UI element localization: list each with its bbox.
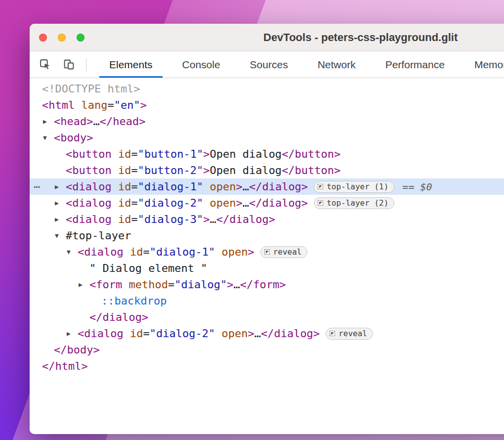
tab-sources[interactable]: Sources [235,51,303,78]
collapsed-arrow-icon[interactable]: ▶ [55,183,66,190]
code-token: </dialog> [89,311,148,323]
dom-tree-row[interactable]: </body> [30,342,504,358]
code-line: <body> [54,132,93,144]
top-layer-badge[interactable]: top-layer (2) [314,197,394,209]
devtools-window: DevTools - peters-css-playground.glit El… [30,24,504,434]
dom-tree-row[interactable]: </dialog> [30,309,504,325]
code-token [122,278,128,291]
code-token: open [210,180,236,193]
code-token: … [243,197,249,209]
tab-elements[interactable]: Elements [94,51,168,78]
collapsed-arrow-icon[interactable]: ▶ [67,330,78,337]
badge-label: top-layer (2) [327,198,388,208]
code-token: = [131,180,137,193]
badge-label: reveal [338,329,367,338]
code-token: > [227,278,233,291]
code-token: = [107,99,114,111]
expanded-arrow-icon[interactable]: ▼ [55,232,66,239]
code-line: <dialog id="dialog-2" open>…</dialog> [78,327,320,340]
dom-tree-row[interactable]: <!DOCTYPE html> [30,81,504,97]
dom-tree-row[interactable]: ▶<dialog id="dialog-3">…</dialog> [30,211,504,227]
code-line: <head>…</head> [54,115,145,128]
code-token: > [236,180,242,193]
code-line: <dialog id="dialog-1" open> [78,246,254,258]
dom-tree-row[interactable]: <button id="button-2">Open dialog</butto… [30,162,504,178]
code-token: </button> [282,148,340,160]
code-token: ::backdrop [101,295,167,307]
code-token [124,327,130,340]
collapsed-arrow-icon[interactable]: ▶ [55,216,66,223]
inspect-element-button[interactable] [37,56,53,73]
code-line: <!DOCTYPE html> [42,83,140,95]
code-token: id [130,327,143,340]
code-token: = [168,278,174,291]
dom-tree-row[interactable]: ▼<dialog id="dialog-1" open>reveal [30,244,504,260]
code-token: open [221,246,248,258]
expanded-arrow-icon[interactable]: ▼ [43,134,54,141]
reveal-badge[interactable]: reveal [260,246,308,258]
row-overflow-dots-icon[interactable]: ⋯ [34,180,41,193]
expanded-arrow-icon[interactable]: ▼ [67,248,78,256]
dom-tree-row[interactable]: ▼#top-layer [30,227,504,244]
code-token: <dialog [66,213,112,225]
top-layer-badge[interactable]: top-layer (1) [314,181,394,193]
code-token: </dialog> [216,213,275,225]
dom-tree-row[interactable]: ::backdrop [30,293,504,309]
dom-tree-row[interactable]: ▼<body> [30,130,504,146]
dom-tree-row[interactable]: " Dialog element " [30,260,504,276]
reveal-badge[interactable]: reveal [326,328,373,340]
code-token: " Dialog element " [89,262,207,274]
close-button[interactable] [39,34,47,42]
code-token [112,213,118,225]
dom-tree-row[interactable]: ▶<dialog id="dialog-2" open>…</dialog>to… [30,195,504,211]
zoom-button[interactable] [77,34,84,42]
code-token: <dialog [66,197,112,209]
code-line: <button id="button-2">Open dialog</butto… [66,164,340,176]
code-token: > [203,213,210,225]
tab-performance[interactable]: Performance [371,51,460,78]
dom-tree-row[interactable]: </html> [30,358,504,374]
code-token: = [131,213,137,225]
code-token: open [221,327,248,340]
code-token: open [210,197,236,209]
collapsed-arrow-icon[interactable]: ▶ [55,199,66,207]
dom-tree-row[interactable]: <html lang="en"> [30,97,504,113]
code-token: <button [66,164,112,176]
code-token: <body> [54,132,93,144]
toggle-device-toolbar-button[interactable] [60,56,77,73]
minimize-button[interactable] [58,34,66,42]
dom-tree-row[interactable]: <button id="button-1">Open dialog</butto… [30,146,504,162]
code-token: … [243,180,249,193]
code-token: </button> [282,164,340,176]
tab-network[interactable]: Network [303,51,371,78]
code-token: #top-layer [66,229,131,242]
dom-tree-row[interactable]: ⋯▶<dialog id="dialog-1" open>…</dialog>t… [30,178,504,195]
code-token: </dialog> [249,197,308,209]
code-token: > [248,246,254,258]
code-token: </dialog> [261,327,320,340]
tab-memory[interactable]: Memory [460,51,504,78]
code-token: "button-2" [138,164,203,176]
dom-tree-row[interactable]: ▶<form method="dialog">…</form> [30,276,504,293]
code-token [112,180,118,193]
device-toolbar-icon [63,58,75,71]
dom-tree-row[interactable]: ▶<head>…</head> [30,113,504,130]
code-token: "dialog-2" [138,197,203,209]
window-titlebar[interactable]: DevTools - peters-css-playground.glit [30,24,504,51]
code-token: </form> [240,278,286,291]
collapsed-arrow-icon[interactable]: ▶ [43,118,54,125]
tab-console[interactable]: Console [168,51,235,78]
code-token [112,164,118,176]
code-token: <head> [54,115,93,128]
dom-tree-row[interactable]: ▶<dialog id="dialog-2" open>…</dialog>re… [30,325,504,342]
collapsed-arrow-icon[interactable]: ▶ [79,281,89,288]
code-token [215,327,221,340]
code-token: … [93,115,99,128]
code-token: > [236,197,242,209]
reveal-target-icon [318,184,323,189]
code-token [112,197,118,209]
code-token: id [118,180,131,193]
console-node-reference: == $0 [402,181,432,193]
code-token: = [131,148,137,160]
inspect-cursor-icon [39,58,51,71]
